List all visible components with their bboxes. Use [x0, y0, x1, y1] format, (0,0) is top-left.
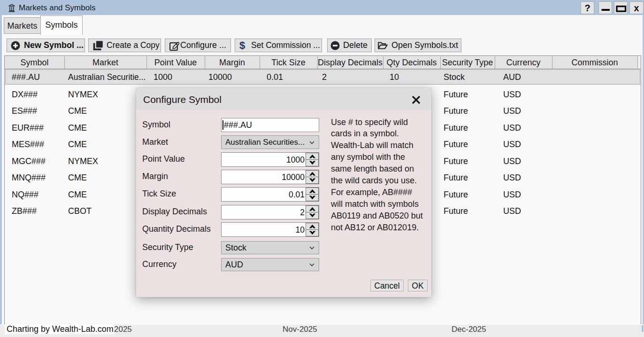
svg-text:$: $ — [239, 39, 245, 51]
svg-text:x: x — [634, 3, 639, 13]
svg-text:?: ? — [584, 3, 590, 13]
